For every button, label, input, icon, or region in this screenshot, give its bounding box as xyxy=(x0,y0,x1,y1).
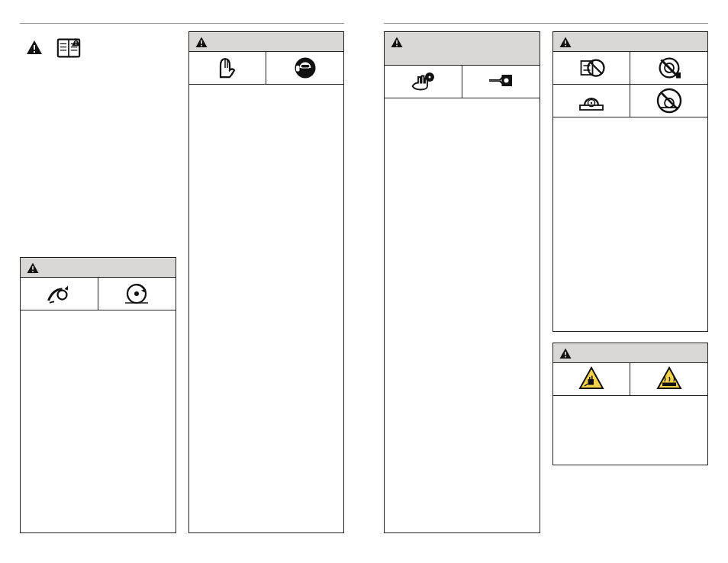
box-body-ppe: Wear protective gloves and hearing/eye p… xyxy=(189,85,344,497)
rule-top xyxy=(384,23,708,24)
box-header-adjust: WARNING — ADJUSTMENT HAZARD xyxy=(385,32,540,66)
warning-box-pinch-burn: WARNING — PINCH/BURN Pinch point hazard.… xyxy=(552,343,709,465)
no-guard-off-icon xyxy=(652,87,687,114)
box-label: WARNING — PHYSICAL HAZARD xyxy=(215,38,337,47)
left-col-2: WARNING — PHYSICAL HAZARD Wear protectiv… xyxy=(188,31,345,533)
alert-triangle-icon xyxy=(389,36,404,50)
warning-box-blade: WARNING — BLADE/GUARD Do not operate wit… xyxy=(552,31,709,332)
box-header-ppe: WARNING — PHYSICAL HAZARD xyxy=(189,32,344,52)
box-label: WARNING — ADJUSTMENT HAZARD xyxy=(389,38,511,61)
hand-cut-hazard-icon xyxy=(405,68,440,95)
alert-triangle-icon xyxy=(24,39,44,57)
no-adjust-power-icon xyxy=(574,54,609,82)
page-left: Read all warnings and the operator's man… xyxy=(0,0,364,563)
hot-surface-icon xyxy=(653,365,685,393)
rule-top xyxy=(20,23,344,24)
box-header-blade: WARNING — BLADE/GUARD xyxy=(553,32,708,52)
left-col-1: Read all warnings and the operator's man… xyxy=(20,31,176,533)
alert-triangle-icon xyxy=(558,347,573,361)
no-stand-under-icon xyxy=(652,54,687,82)
box-body-guard: Do not fold or remove blade guard during… xyxy=(21,310,176,349)
right-col-1: WARNING — ADJUSTMENT HAZARD Keep hands c… xyxy=(384,31,540,533)
warning-box-adjust: WARNING — ADJUSTMENT HAZARD Keep hands c… xyxy=(384,31,540,533)
blade-guard-fold-icon xyxy=(41,280,76,307)
warning-box-ppe: WARNING — PHYSICAL HAZARD Wear protectiv… xyxy=(188,31,345,533)
box-body-blade: Do not operate without guards in place. … xyxy=(553,117,708,331)
alert-triangle-icon xyxy=(558,36,573,50)
wrench-adjust-icon xyxy=(483,68,518,95)
warning-box-guard: WARNING — GUARD HAZARD Do not fold or re… xyxy=(20,257,176,533)
box-label: WARNING — PINCH/BURN xyxy=(579,349,676,358)
box-body-adjust: Keep hands clear of blade. Do not perfor… xyxy=(385,98,540,510)
ear-eye-protection-icon xyxy=(288,54,323,82)
pinch-hazard-icon xyxy=(575,365,607,393)
page-right: WARNING — ADJUSTMENT HAZARD Keep hands c… xyxy=(364,0,728,563)
read-manual-block xyxy=(20,31,176,65)
box-body-pinch: Pinch point hazard. Hot surface hazard. … xyxy=(553,396,708,465)
box-label: WARNING — BLADE/GUARD xyxy=(579,38,685,47)
gloves-icon xyxy=(210,54,245,82)
blade-guard-on-icon xyxy=(574,87,609,114)
alert-triangle-icon xyxy=(25,262,40,275)
manual-book-icon xyxy=(53,35,84,61)
box-header-guard: WARNING — GUARD HAZARD xyxy=(21,258,176,278)
intro-text: Read all warnings and the operator's man… xyxy=(20,76,176,121)
blade-rotation-icon xyxy=(119,280,154,307)
box-label: WARNING — GUARD HAZARD xyxy=(47,264,158,272)
alert-triangle-icon xyxy=(194,36,209,50)
box-header-pinch: WARNING — PINCH/BURN xyxy=(553,343,708,363)
right-col-2: WARNING — BLADE/GUARD Do not operate wit… xyxy=(552,31,709,533)
